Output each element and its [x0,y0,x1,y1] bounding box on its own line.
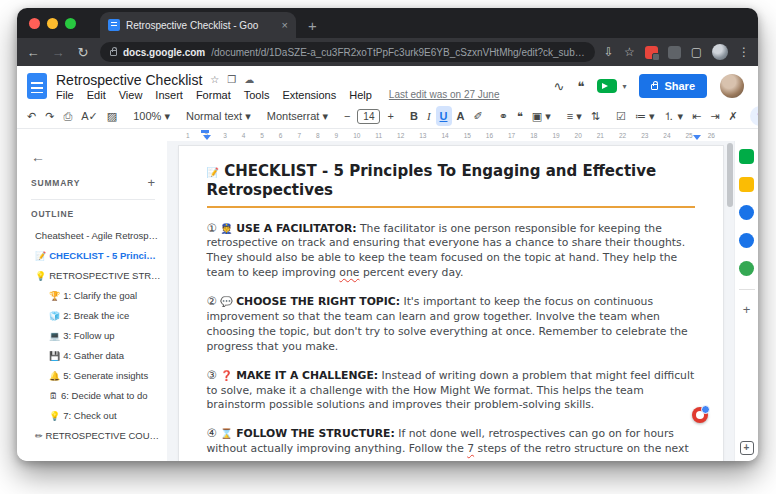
reader-mode-icon[interactable]: ▢ [691,46,702,58]
right-indent-marker[interactable] [693,135,701,140]
new-tab-button[interactable]: + [308,17,317,34]
document-page[interactable]: 📝 CHECKLIST - 5 Principles To Engaging a… [179,146,723,461]
font-size-value[interactable]: 14 [357,109,380,124]
bulleted-list-button[interactable]: ≔ ▾ [631,106,659,126]
paragraph-emoji: 💬 [220,296,232,307]
bookmark-star-icon[interactable]: ☆ [624,46,635,58]
menu-bar: FileEditViewInsertFormatToolsExtensionsH… [56,89,372,101]
numbered-list-button[interactable]: ⒈ ▾ [659,106,687,126]
menu-item[interactable]: Format [196,89,231,101]
get-add-ons-button[interactable]: + [743,303,751,316]
align-button[interactable]: ≡ ▾ [563,106,586,126]
checklist-button[interactable]: ☑ [612,106,630,126]
scrollbar[interactable] [726,143,733,459]
outline-item[interactable]: ✏RETROSPECTIVE COURSE [31,425,161,445]
menu-item[interactable]: Edit [87,89,106,101]
keep-icon[interactable] [739,177,754,192]
add-summary-button[interactable]: + [147,175,155,190]
outline-item[interactable]: 💡7: Check out [31,405,161,425]
outline-item[interactable]: 🗓6: Decide what to do [31,385,161,405]
last-edit-link[interactable]: Last edit was on 27 June [389,89,500,100]
indent-bar-marker[interactable] [201,130,209,133]
share-button[interactable]: Share [639,74,707,98]
font-size-decrease-button[interactable]: − [340,106,354,126]
outline-item[interactable]: 🏆1: Clarify the goal [31,285,161,305]
outline-item[interactable]: 🧊2: Break the ice [31,305,161,325]
insert-image-button[interactable]: ▣ ▾ [528,106,555,126]
extensions-icon[interactable] [668,46,681,59]
profile-avatar[interactable] [712,44,728,60]
outline-item[interactable]: 💻3: Follow up [31,325,161,345]
minimize-window-button[interactable] [47,18,58,29]
insert-comment-button[interactable]: ❝ [513,106,527,126]
editing-mode-button[interactable]: ✎ ▾ [750,106,758,126]
cloud-saved-icon[interactable]: ☁ [244,74,254,85]
print-icon[interactable]: ⎙ [59,106,76,126]
menu-item[interactable]: File [56,89,74,101]
close-window-button[interactable] [29,18,40,29]
outline-item-emoji: 💾 [49,351,60,361]
outline-item[interactable]: 📝CHECKLIST - 5 Principles To... [31,245,161,265]
back-icon[interactable]: ← [25,45,41,60]
decrease-indent-button[interactable]: ⇤ [688,106,705,126]
menu-item[interactable]: Help [349,89,372,101]
menu-kebab-icon[interactable]: ⋮ [738,46,750,58]
send-to-device-icon[interactable]: ⇩ [604,46,614,58]
outline-item-label: CHECKLIST - 5 Principles To... [49,250,161,261]
outline-item[interactable]: 💡RETROSPECTIVE STRUCTURE [31,265,161,285]
outline-item[interactable]: 💾4: Gather data [31,345,161,365]
side-panel-toggle-button[interactable]: + [740,441,754,455]
insert-link-button[interactable]: ⚭ [495,106,512,126]
menu-item[interactable]: Tools [244,89,270,101]
close-outline-icon[interactable]: ← [31,149,161,165]
forward-icon[interactable]: → [50,45,66,60]
underline-button[interactable]: U [436,106,452,126]
styles-select[interactable]: Normal text ▾ [182,106,255,126]
star-outline-icon[interactable]: ☆ [210,74,219,85]
paint-format-icon[interactable]: ▨ [103,106,121,126]
outline-list: Cheatsheet - Agile Retrospecti...📝CHECKL… [31,225,161,445]
meet-icon[interactable] [739,149,754,164]
maps-icon[interactable] [739,261,754,276]
font-select[interactable]: Montserrat ▾ [263,106,332,126]
sidebar-divider [31,199,155,200]
outline-item[interactable]: Cheatsheet - Agile Retrospecti... [31,225,161,245]
extension-badge-icon[interactable] [645,46,658,59]
insights-icon[interactable]: ∿ [554,79,565,94]
tasks-icon[interactable] [739,205,754,220]
outline-item[interactable]: 🔔5: Generate insights [31,365,161,385]
scrollbar-thumb[interactable] [727,143,733,207]
open-comments-icon[interactable]: ❝ [577,79,584,94]
account-avatar[interactable] [720,74,744,98]
increase-indent-button[interactable]: ⇥ [706,106,723,126]
line-spacing-button[interactable]: ⇅ [587,106,604,126]
menu-item[interactable]: Extensions [282,89,336,101]
spellcheck-icon[interactable]: A✓ [77,106,102,126]
highlight-color-button[interactable]: ✐ [469,106,486,126]
meet-video-icon[interactable] [597,79,617,93]
move-to-folder-icon[interactable]: ❐ [227,74,236,85]
contacts-icon[interactable] [739,233,754,248]
left-indent-marker[interactable] [203,135,211,140]
outline-sidebar: ← SUMMARY + OUTLINE Cheatsheet - Agile R… [17,141,167,461]
document-title[interactable]: Retrospective Checklist [56,72,202,88]
font-size-increase-button[interactable]: + [383,106,397,126]
tab-close-icon[interactable]: × [282,20,288,31]
menu-item[interactable]: View [119,89,143,101]
browser-tab[interactable]: Retrospective Checklist - Goo × [100,12,296,38]
reload-icon[interactable]: ↻ [75,45,91,60]
address-bar[interactable]: docs.google.com/document/d/1DaSZE-a_cu3F… [100,42,595,62]
undo-icon[interactable]: ↶ [23,106,40,126]
workspace-side-panel: + + [734,141,758,461]
redo-icon[interactable]: ↷ [41,106,58,126]
text-color-button[interactable]: A [453,106,469,126]
maximize-window-button[interactable] [65,18,76,29]
zoom-select[interactable]: 100% ▾ [129,106,174,126]
menu-item[interactable]: Insert [155,89,183,101]
meet-caret-icon[interactable]: ▾ [622,82,626,91]
floating-extension-button[interactable] [692,407,708,423]
docs-logo-icon[interactable] [27,73,47,99]
bold-button[interactable]: B [406,106,422,126]
italic-button[interactable]: I [423,106,435,126]
clear-formatting-button[interactable]: ✗ [724,106,741,126]
